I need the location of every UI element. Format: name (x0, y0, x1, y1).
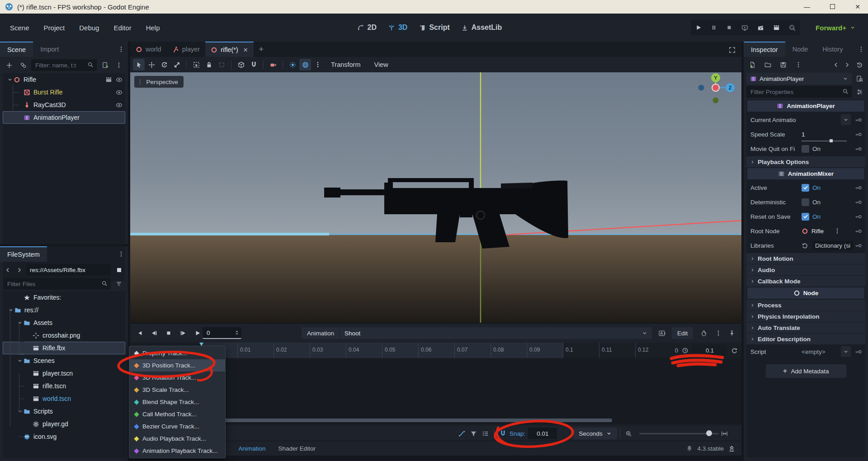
fs-forward-button[interactable] (14, 264, 24, 276)
inspected-object-dropdown[interactable]: AnimationPlayer (746, 73, 852, 85)
reelsearch-button[interactable] (789, 24, 796, 31)
zoom-slider-handle[interactable] (706, 430, 712, 436)
tab-history[interactable]: History (815, 42, 850, 57)
tool-globe-button[interactable] (299, 59, 311, 71)
scene-tree-row[interactable]: AnimationPlayer (3, 111, 125, 124)
autoplay-on-load-button[interactable] (656, 327, 668, 339)
fs-path-field[interactable] (26, 264, 111, 276)
tab-animation[interactable]: Animation (232, 445, 272, 452)
resource-menu-button[interactable] (793, 59, 804, 71)
tab-filesystem[interactable]: FileSystem (0, 246, 47, 262)
onion-skinning-button[interactable] (698, 327, 710, 339)
fs-sort-button[interactable] (113, 278, 125, 290)
current-frame-spinbox[interactable]: 0 (203, 327, 241, 339)
chevron-down-icon[interactable] (7, 307, 14, 313)
menu-item-call-method-track[interactable]: Call Method Track... (129, 408, 225, 420)
tab-import[interactable]: Import (33, 42, 66, 57)
timeline-zoom-slider[interactable] (639, 428, 719, 439)
inspector-menu-button[interactable] (854, 42, 868, 57)
menu-scene[interactable]: Scene (5, 21, 35, 34)
play-button[interactable] (695, 24, 702, 31)
fs-back-button[interactable] (3, 264, 12, 276)
view-axis-gizmo[interactable]: Y Z (695, 73, 736, 109)
perspective-button[interactable]: ⋮ Perspective (134, 76, 184, 88)
key-insert-icon[interactable] (854, 132, 862, 137)
tool-move-button[interactable] (146, 59, 157, 71)
filesystem-menu-button[interactable] (114, 246, 128, 262)
new-scene-tab-button[interactable]: + (254, 42, 269, 57)
key-insert-icon[interactable] (854, 214, 862, 220)
key-insert-icon[interactable] (854, 349, 862, 355)
menu-project[interactable]: Project (38, 21, 71, 34)
menu-item-property-track[interactable]: Property Track... (129, 347, 225, 359)
inspector-category[interactable]: Audio (746, 264, 865, 275)
workspace-script[interactable]: Script (419, 24, 449, 32)
menu-item-blend-shape-track[interactable]: Blend Shape Track... (129, 396, 225, 408)
chevron-down-icon[interactable] (16, 358, 24, 363)
inspector-category[interactable]: Playback Options (746, 156, 865, 167)
menu-item-3d-position-track[interactable]: 3D Position Track... (129, 359, 225, 372)
group-tracks-button[interactable] (479, 428, 491, 439)
save-resource-button[interactable] (777, 59, 789, 71)
renderer-dropdown[interactable]: Forward+ (816, 14, 855, 42)
tool-camera-button[interactable] (267, 59, 279, 71)
menu-item-animation-playback-track[interactable]: Animation Playback Track... (129, 445, 225, 457)
animation-menu-button[interactable]: Animation (302, 327, 340, 339)
key-insert-icon[interactable] (854, 185, 862, 191)
maximize-button[interactable] (828, 3, 836, 10)
key-insert-icon[interactable] (854, 199, 862, 205)
chevron-down-icon[interactable] (16, 320, 24, 325)
clapper-button[interactable] (773, 24, 780, 31)
scene-tree-row[interactable]: RayCast3D (3, 99, 125, 111)
menu-debug[interactable]: Debug (74, 21, 104, 34)
fs-tree-row[interactable]: crosshair.png (3, 329, 125, 342)
scene-tree-row[interactable]: Burst Rifle (3, 86, 125, 99)
close-icon[interactable]: ✕ (243, 47, 248, 53)
play-from-start-button[interactable] (192, 327, 203, 339)
fs-tree-row[interactable]: Favorites: (3, 291, 125, 304)
fs-tree-row[interactable]: res:// (3, 304, 125, 316)
visibility-eye-icon[interactable] (116, 76, 123, 83)
menu-item-3d-scale-track[interactable]: 3D Scale Track... (129, 384, 225, 396)
tab-scene[interactable]: Scene (0, 42, 33, 57)
add-node-button[interactable] (3, 59, 15, 71)
fs-display-mode-button[interactable] (113, 264, 125, 276)
edit-button[interactable]: Edit (672, 327, 693, 339)
scene-tab-world[interactable]: world (130, 42, 167, 57)
scene-tree-row[interactable]: Rifle (3, 73, 125, 86)
play-backwards-button[interactable] (148, 327, 160, 339)
revert-icon[interactable] (802, 242, 808, 249)
workspace-2d[interactable]: 2D (357, 24, 376, 32)
scene-tree-menu-button[interactable] (113, 59, 125, 71)
tool-scale-button[interactable] (171, 59, 183, 71)
key-insert-icon[interactable] (854, 243, 862, 249)
property-tools-button[interactable] (854, 86, 865, 98)
play-backwards-from-end-button[interactable] (134, 327, 146, 339)
fs-tree-row[interactable]: player.tscn (3, 367, 125, 380)
viewport-menu-transform[interactable]: Transform (325, 61, 367, 68)
key-insert-icon[interactable] (854, 146, 862, 152)
speed-scale-slider[interactable]: 1 (802, 131, 847, 138)
minimize-button[interactable]: — (803, 3, 811, 10)
scene-tab-player[interactable]: player (167, 42, 206, 57)
inspector-category[interactable]: Callback Mode (746, 276, 865, 287)
new-resource-button[interactable] (746, 59, 758, 71)
checkbox[interactable] (802, 145, 809, 153)
load-resource-button[interactable] (762, 59, 774, 71)
fs-tree-row[interactable]: Scenes (3, 354, 125, 367)
viewport-menu-view[interactable]: View (368, 61, 395, 68)
animation-select-combo[interactable]: Shoot (340, 327, 652, 339)
history-forward-button[interactable] (843, 59, 851, 71)
monitor-button[interactable] (741, 24, 748, 31)
checkbox[interactable] (802, 198, 809, 206)
inspector-category[interactable]: Root Motion (746, 253, 865, 264)
open-docs-button[interactable] (854, 73, 865, 85)
visibility-eye-icon[interactable] (116, 102, 123, 108)
scene-dock-menu-button[interactable] (114, 42, 128, 57)
pause-button[interactable] (711, 24, 717, 31)
menu-editor[interactable]: Editor (108, 21, 137, 34)
expand-bottom-panel-icon[interactable] (728, 445, 735, 452)
stop-animation-button[interactable] (163, 327, 175, 339)
tool-group-button[interactable] (216, 59, 227, 71)
inspector-filter-input[interactable] (746, 86, 852, 98)
